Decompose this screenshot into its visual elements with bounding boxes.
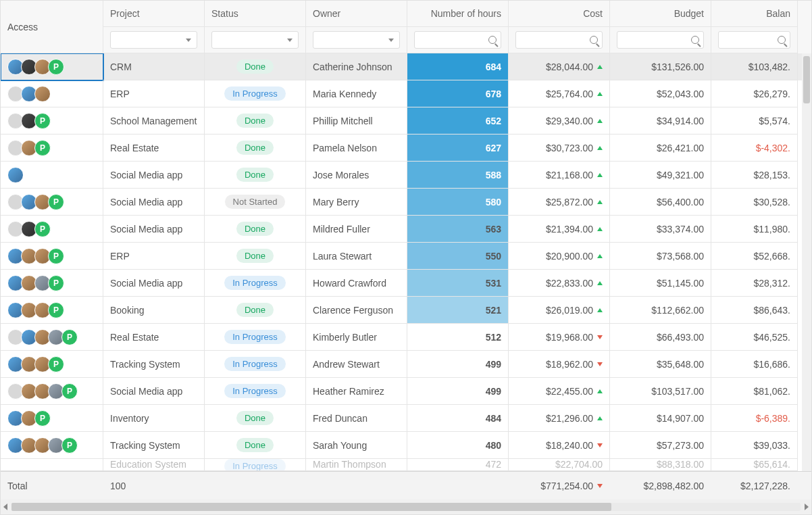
filter-balance[interactable]: [718, 31, 790, 49]
cell-access[interactable]: P: [1, 189, 103, 216]
table-row[interactable]: PSocial Media appIn ProgressHoward Crawf…: [1, 270, 811, 297]
header-status[interactable]: Status: [205, 1, 306, 27]
search-icon: [590, 36, 598, 44]
cell-owner: Mary Berry: [306, 189, 407, 216]
table-row[interactable]: PInventoryDoneFred Duncan484$21,296.00$1…: [1, 405, 811, 432]
cell-cost: $21,296.00: [509, 405, 610, 432]
cell-cost: $21,394.00: [509, 216, 610, 243]
cell-access[interactable]: P: [1, 432, 103, 459]
cell-hours: 484: [407, 405, 509, 432]
arrow-up-icon: [597, 173, 603, 177]
chevron-down-icon: [186, 39, 191, 42]
cell-access[interactable]: P: [1, 378, 103, 405]
table-row[interactable]: PReal EstateDonePamela Nelson627$30,723.…: [1, 134, 811, 162]
filter-hours[interactable]: [414, 31, 501, 49]
cell-access[interactable]: P: [1, 107, 103, 134]
header-access[interactable]: Access: [1, 1, 103, 53]
table-row[interactable]: PTracking SystemDoneSarah Young480$18,24…: [1, 432, 811, 459]
header-owner[interactable]: Owner: [306, 1, 407, 27]
chevron-down-icon: [388, 39, 394, 42]
cell-hours: 480: [407, 432, 509, 459]
table-row[interactable]: PTracking SystemIn ProgressAndrew Stewar…: [1, 351, 811, 378]
cell-budget: $103,517.00: [610, 378, 711, 405]
cell-access[interactable]: [1, 80, 103, 107]
cell-project: Social Media app: [103, 162, 205, 189]
cell-access[interactable]: P: [1, 324, 103, 351]
cell-cost: $22,833.00: [509, 270, 610, 297]
table-row[interactable]: PReal EstateIn ProgressKimberly Butler51…: [1, 324, 811, 351]
scroll-left-icon[interactable]: [3, 504, 7, 510]
table-row[interactable]: Social Media appDoneJose Morales588$21,1…: [1, 162, 811, 189]
cell-balance: $28,312.: [711, 270, 798, 297]
cell-access[interactable]: P: [1, 270, 103, 297]
filter-status[interactable]: [211, 31, 299, 49]
cell-access[interactable]: P: [1, 134, 103, 162]
filter-cost[interactable]: [515, 31, 603, 49]
public-badge-icon: P: [34, 140, 51, 156]
cell-project: Tracking System: [103, 351, 205, 378]
cell-access[interactable]: P: [1, 216, 103, 243]
status-badge: Done: [236, 141, 274, 155]
table-row[interactable]: PERPDoneLaura Stewart550$20,900.00$73,56…: [1, 243, 811, 270]
arrow-down-icon: [597, 335, 603, 339]
header-budget[interactable]: Budget: [610, 1, 711, 27]
cell-access[interactable]: P: [1, 405, 103, 432]
table-row[interactable]: PBookingDoneClarence Ferguson521$26,019.…: [1, 297, 811, 324]
table-row[interactable]: PSocial Media appIn ProgressHeather Rami…: [1, 378, 811, 405]
scroll-right-icon[interactable]: [805, 504, 809, 510]
status-badge: Done: [236, 222, 274, 236]
cell-access[interactable]: [1, 162, 103, 189]
header-balance[interactable]: Balan: [711, 1, 798, 27]
cell-project: Social Media app: [103, 378, 205, 405]
cell-budget: $26,421.00: [610, 134, 711, 162]
table-row[interactable]: PSocial Media appDoneMildred Fuller563$2…: [1, 216, 811, 243]
filter-project[interactable]: [110, 31, 197, 49]
cell-budget: $52,043.00: [610, 80, 711, 107]
horizontal-scrollbar-track[interactable]: [11, 503, 801, 511]
cell-budget: $34,914.00: [610, 107, 711, 134]
public-badge-icon: P: [34, 410, 51, 426]
horizontal-scrollbar-thumb[interactable]: [11, 503, 611, 511]
cell-hours: 512: [407, 324, 509, 351]
header-label-row: Project Status Owner Number of hours Cos…: [103, 1, 812, 27]
grid-header: Access Project Status Owner Number of ho…: [1, 1, 812, 53]
status-badge: Done: [236, 59, 274, 74]
header-hours[interactable]: Number of hours: [407, 1, 509, 27]
cell-access[interactable]: P: [1, 297, 103, 324]
public-badge-icon: P: [34, 113, 51, 129]
table-row[interactable]: ERPIn ProgressMaria Kennedy678$25,764.00…: [1, 80, 811, 107]
cell-status: Done: [205, 53, 306, 80]
search-icon: [488, 36, 497, 44]
status-badge: Done: [236, 168, 274, 182]
cell-status: In Progress: [205, 378, 306, 405]
cell-access[interactable]: P: [1, 243, 103, 270]
cell-hours: 499: [407, 351, 509, 378]
cell-cost: $25,764.00: [509, 80, 610, 107]
arrow-up-icon: [597, 254, 603, 258]
table-row[interactable]: PSchool ManagementDonePhillip Mitchell65…: [1, 107, 811, 134]
vertical-scrollbar-thumb[interactable]: [803, 56, 810, 103]
header-project[interactable]: Project: [103, 1, 205, 27]
cell-status: In Progress: [205, 270, 306, 297]
filter-owner[interactable]: [313, 31, 400, 49]
cell-access[interactable]: P: [1, 53, 103, 80]
grid-body[interactable]: PCRMDoneCatherine Johnson684$28,044.00$1…: [1, 53, 811, 471]
arrow-down-icon: [597, 484, 603, 488]
filter-budget[interactable]: [617, 31, 704, 49]
cell-budget: $49,321.00: [610, 162, 711, 189]
cell-balance: $30,528.: [711, 189, 798, 216]
table-row[interactable]: PSocial Media appNot StartedMary Berry58…: [1, 189, 811, 216]
footer-balance: $2,127,228.: [711, 472, 798, 499]
vertical-scrollbar[interactable]: [802, 53, 811, 471]
cell-cost: $22,455.00: [509, 378, 610, 405]
arrow-up-icon: [597, 146, 603, 150]
header-cost[interactable]: Cost: [509, 1, 610, 27]
table-row[interactable]: Education SystemIn ProgressMartin Thomps…: [1, 459, 811, 471]
cell-owner: Mildred Fuller: [306, 216, 407, 243]
horizontal-scrollbar[interactable]: [1, 499, 811, 514]
cell-project: Social Media app: [103, 216, 205, 243]
cell-access[interactable]: P: [1, 351, 103, 378]
table-row[interactable]: PCRMDoneCatherine Johnson684$28,044.00$1…: [1, 53, 811, 80]
public-badge-icon: P: [34, 221, 51, 237]
cell-balance: $86,643.: [711, 297, 798, 324]
